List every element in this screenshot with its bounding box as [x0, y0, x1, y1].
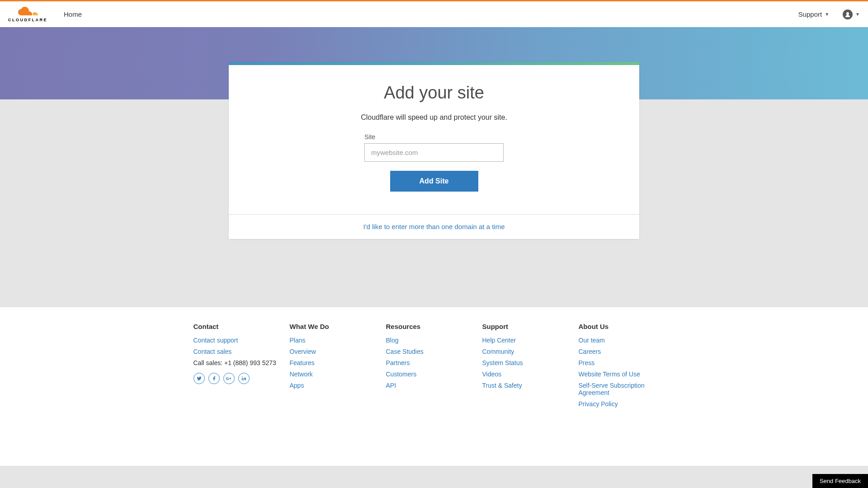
footer-link-careers[interactable]: Careers — [579, 348, 675, 355]
footer-link-contact-support[interactable]: Contact support — [193, 337, 290, 344]
footer-heading-about: About Us — [579, 323, 675, 330]
footer-col-contact: Contact Contact support Contact sales Ca… — [193, 323, 290, 412]
cloudflare-logo[interactable]: CLOUDFLARE — [8, 7, 47, 22]
footer-heading-whatwedo: What We Do — [290, 323, 386, 330]
footer-link-subscription[interactable]: Self-Serve Subscription Agreement — [579, 382, 675, 396]
card-title: Add your site — [256, 83, 612, 103]
header-right: Support ▼ ▼ — [798, 9, 860, 19]
multi-domain-link[interactable]: I'd like to enter more than one domain a… — [363, 223, 505, 230]
social-icons: G+ — [193, 373, 290, 384]
account-icon — [843, 9, 853, 19]
chevron-down-icon: ▼ — [825, 12, 829, 17]
chevron-down-icon: ▼ — [855, 12, 860, 17]
site-form-group: Site — [364, 133, 504, 162]
footer-col-resources: Resources Blog Case Studies Partners Cus… — [386, 323, 482, 412]
footer-link-contact-sales[interactable]: Contact sales — [193, 348, 290, 355]
card-subtitle: Cloudflare will speed up and protect you… — [256, 113, 612, 122]
support-label: Support — [798, 10, 822, 18]
site-input[interactable] — [364, 143, 504, 162]
footer-link-blog[interactable]: Blog — [386, 337, 482, 344]
footer: Contact Contact support Contact sales Ca… — [0, 307, 868, 466]
card-accent-border — [229, 62, 639, 65]
footer-col-about: About Us Our team Careers Press Website … — [579, 323, 675, 412]
googleplus-icon[interactable]: G+ — [223, 373, 235, 384]
footer-link-press[interactable]: Press — [579, 359, 675, 366]
footer-col-support: Support Help Center Community System Sta… — [482, 323, 579, 412]
footer-link-apps[interactable]: Apps — [290, 382, 386, 389]
add-site-card: Add your site Cloudflare will speed up a… — [229, 62, 639, 239]
footer-link-casestudies[interactable]: Case Studies — [386, 348, 482, 355]
logo-text: CLOUDFLARE — [8, 18, 47, 22]
main-content: Add your site Cloudflare will speed up a… — [229, 62, 639, 239]
footer-link-features[interactable]: Features — [290, 359, 386, 366]
add-site-button[interactable]: Add Site — [390, 171, 478, 192]
header: CLOUDFLARE Home Support ▼ ▼ — [0, 1, 868, 27]
twitter-icon[interactable] — [193, 373, 205, 384]
footer-link-privacy[interactable]: Privacy Policy — [579, 400, 675, 408]
footer-heading-contact: Contact — [193, 323, 290, 330]
footer-link-customers[interactable]: Customers — [386, 371, 482, 378]
cloud-icon — [17, 7, 39, 17]
footer-link-ourteam[interactable]: Our team — [579, 337, 675, 344]
footer-call-sales: Call sales: +1 (888) 993 5273 — [193, 359, 290, 366]
footer-link-terms[interactable]: Website Terms of Use — [579, 371, 675, 378]
footer-link-community[interactable]: Community — [482, 348, 579, 355]
footer-heading-resources: Resources — [386, 323, 482, 330]
card-footer: I'd like to enter more than one domain a… — [229, 214, 639, 239]
site-input-label: Site — [364, 133, 504, 141]
linkedin-icon[interactable] — [238, 373, 250, 384]
footer-link-trustsafety[interactable]: Trust & Safety — [482, 382, 579, 389]
footer-link-videos[interactable]: Videos — [482, 371, 579, 378]
footer-link-partners[interactable]: Partners — [386, 359, 482, 366]
header-left: CLOUDFLARE Home — [8, 7, 82, 22]
footer-link-plans[interactable]: Plans — [290, 337, 386, 344]
svg-point-0 — [846, 12, 849, 15]
card-body: Add your site Cloudflare will speed up a… — [229, 65, 639, 214]
facebook-icon[interactable] — [208, 373, 220, 384]
footer-link-systemstatus[interactable]: System Status — [482, 359, 579, 366]
nav-home[interactable]: Home — [64, 10, 82, 18]
footer-link-network[interactable]: Network — [290, 371, 386, 378]
send-feedback-button[interactable]: Send Feedback — [812, 474, 868, 488]
footer-col-whatwedo: What We Do Plans Overview Features Netwo… — [290, 323, 386, 412]
footer-link-helpcenter[interactable]: Help Center — [482, 337, 579, 344]
footer-heading-support: Support — [482, 323, 579, 330]
footer-inner: Contact Contact support Contact sales Ca… — [193, 323, 675, 412]
footer-link-overview[interactable]: Overview — [290, 348, 386, 355]
support-dropdown[interactable]: Support ▼ — [798, 10, 829, 18]
account-dropdown[interactable]: ▼ — [843, 9, 860, 19]
footer-link-api[interactable]: API — [386, 382, 482, 389]
